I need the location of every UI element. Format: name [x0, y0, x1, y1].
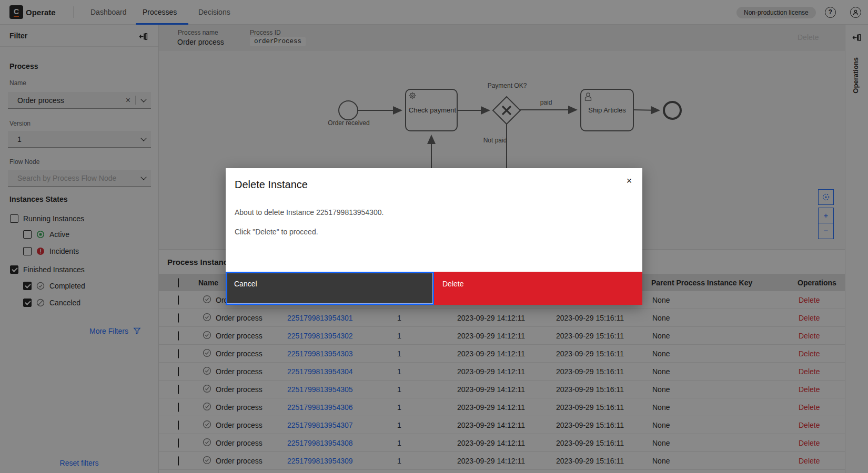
modal-message-line1: About to delete Instance 225179981395430… [235, 208, 383, 217]
modal-close-icon[interactable]: × [620, 172, 638, 190]
modal-footer: Cancel Delete [226, 272, 642, 305]
modal-body: About to delete Instance 225179981395430… [235, 208, 383, 236]
cancel-button[interactable]: Cancel [226, 272, 434, 305]
operate-app: C Operate Dashboard Processes Decisions … [0, 0, 868, 473]
modal-message-line2: Click "Delete" to proceed. [235, 228, 383, 236]
delete-instance-modal: Delete Instance × About to delete Instan… [226, 168, 642, 305]
confirm-delete-button[interactable]: Delete [434, 272, 642, 305]
modal-title: Delete Instance [235, 179, 308, 191]
